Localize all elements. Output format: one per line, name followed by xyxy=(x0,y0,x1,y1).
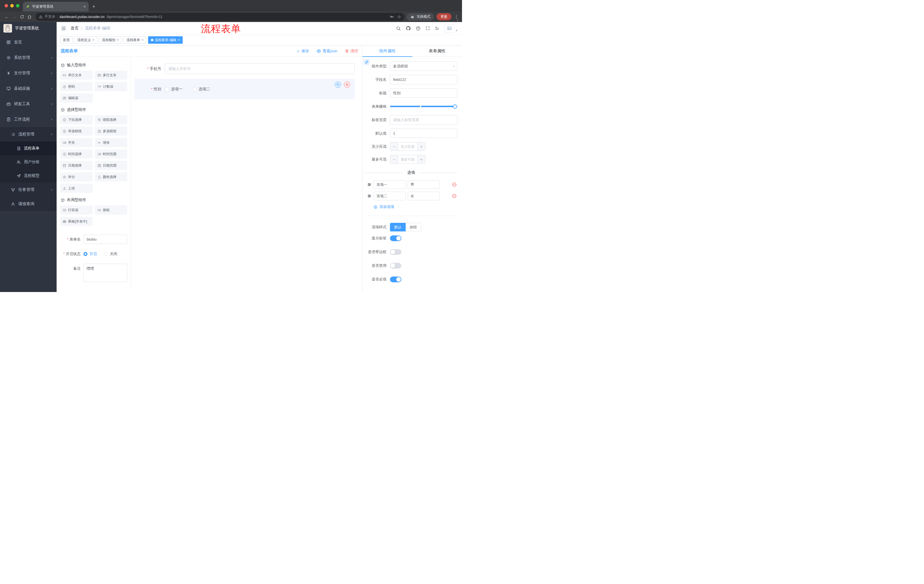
palette-item-switch[interactable]: 开关 xyxy=(60,138,92,147)
stepper-plus-button[interactable]: + xyxy=(417,155,425,163)
required-toggle[interactable] xyxy=(390,276,401,282)
option-label-input[interactable] xyxy=(374,192,406,200)
search-icon[interactable] xyxy=(396,26,401,31)
palette-item-editor[interactable]: 编辑器 xyxy=(60,94,92,102)
palette-item-single-line-text[interactable]: 单行文本 xyxy=(60,71,92,80)
close-icon[interactable]: × xyxy=(92,38,94,42)
sidebar-item-dev-tools[interactable]: 研发工具 ∨ xyxy=(0,96,57,112)
back-button[interactable]: ← xyxy=(3,14,11,19)
new-tab-button[interactable]: + xyxy=(92,4,95,9)
palette-item-table[interactable]: 表格[开发中] xyxy=(60,217,92,226)
sidebar-item-process-form[interactable]: 流程表单 xyxy=(0,141,57,155)
palette-item-date-picker[interactable]: 日期选择 xyxy=(60,161,92,170)
border-toggle[interactable] xyxy=(390,249,401,255)
form-canvas[interactable]: 手机号 性别 选项一 选项二 xyxy=(131,57,362,292)
palette-item-time-picker[interactable]: 时间选择 xyxy=(60,150,92,159)
browser-menu-icon[interactable]: ⋮ xyxy=(454,14,459,20)
checkbox-option-two[interactable]: 选项二 xyxy=(192,87,210,92)
option-value-input[interactable] xyxy=(408,192,440,200)
remove-option-button[interactable] xyxy=(452,182,457,187)
save-button[interactable]: ✓保存 xyxy=(297,49,309,54)
palette-item-row-container[interactable]: 行容器 xyxy=(60,206,92,215)
component-type-select[interactable]: 多选框组 xyxy=(390,61,457,71)
sidebar-item-task-management[interactable]: 任务管理 ∨ xyxy=(0,183,57,197)
field-name-input[interactable] xyxy=(390,75,457,84)
title-input[interactable] xyxy=(390,88,457,98)
delete-component-button[interactable] xyxy=(344,81,350,88)
slider-handle[interactable] xyxy=(453,104,457,109)
logo[interactable]: 芋道管理系统 xyxy=(0,22,57,35)
update-button[interactable]: 更新 xyxy=(437,13,451,20)
palette-item-cascader[interactable]: 级联选择 xyxy=(95,115,127,124)
close-icon[interactable]: × xyxy=(117,38,119,42)
window-zoom-button[interactable] xyxy=(16,4,20,7)
palette-item-time-range[interactable]: 时间范围 xyxy=(95,150,127,159)
address-bar[interactable]: 不安全 dashboard.yudao.iocoder.cn/bpm/manag… xyxy=(35,13,404,21)
sidebar-item-system-management[interactable]: 系统管理 ∨ xyxy=(0,50,57,66)
palette-item-checkbox-group[interactable]: 多选框组 xyxy=(95,127,127,136)
bookmark-star-icon[interactable]: ☆ xyxy=(398,14,401,20)
tag-process-form[interactable]: 流程表单× xyxy=(124,36,146,44)
sidebar-item-leave-query[interactable]: 请假查询 xyxy=(0,197,57,211)
form-name-input[interactable] xyxy=(84,235,127,244)
add-option-button[interactable]: 添加选项 xyxy=(373,204,457,209)
palette-item-date-range[interactable]: 日期范围 xyxy=(95,161,127,170)
disabled-toggle[interactable] xyxy=(390,263,401,268)
sidebar-item-user-group[interactable]: 用户分组 xyxy=(0,155,57,169)
collapse-sidebar-icon[interactable] xyxy=(61,26,66,31)
fullscreen-icon[interactable] xyxy=(426,26,430,31)
palette-item-color-picker[interactable]: 颜色选择 xyxy=(95,172,127,181)
view-json-button[interactable]: 查看json xyxy=(317,49,337,54)
max-stepper-input[interactable] xyxy=(398,155,417,163)
panel-link-button[interactable] xyxy=(363,59,370,65)
sidebar-item-payment-management[interactable]: ¥ 支付管理 ∨ xyxy=(0,66,57,81)
style-button-button[interactable]: 按钮 xyxy=(406,223,421,232)
window-minimize-button[interactable] xyxy=(10,4,14,7)
radio-status-on[interactable]: 开启 xyxy=(84,252,97,257)
show-label-toggle[interactable] xyxy=(390,235,401,241)
palette-item-rate[interactable]: 评分 xyxy=(60,172,92,181)
help-icon[interactable] xyxy=(416,26,421,31)
canvas-field-gender-selected[interactable]: 性别 选项一 选项二 xyxy=(134,79,355,99)
tag-process-model[interactable]: 流程模型× xyxy=(99,36,122,44)
radio-status-off[interactable]: 关闭 xyxy=(104,252,117,257)
copy-component-button[interactable] xyxy=(335,81,341,88)
palette-item-select[interactable]: 下拉选择 xyxy=(60,115,92,124)
close-icon[interactable]: × xyxy=(142,38,144,42)
tag-process-form-edit[interactable]: 流程表单-编辑× xyxy=(148,36,183,44)
style-default-button[interactable]: 默认 xyxy=(390,223,406,232)
grid-slider[interactable] xyxy=(390,102,457,111)
palette-item-counter[interactable]: 计数器 xyxy=(95,82,127,91)
close-icon[interactable]: × xyxy=(178,38,180,42)
option-value-input[interactable] xyxy=(408,180,440,189)
stepper-plus-button[interactable]: + xyxy=(417,142,425,151)
font-size-icon[interactable] xyxy=(435,26,439,31)
canvas-field-phone[interactable]: 手机号 xyxy=(134,62,355,76)
palette-item-multi-line-text[interactable]: 多行文本 xyxy=(95,71,127,80)
phone-field-input[interactable] xyxy=(165,63,355,74)
sidebar-item-process-management[interactable]: 流程管理 ∧ xyxy=(0,127,57,141)
home-button[interactable] xyxy=(27,15,32,19)
security-warning-icon[interactable] xyxy=(39,15,43,18)
default-value-input[interactable] xyxy=(390,128,457,138)
palette-item-upload[interactable]: 上传 xyxy=(60,184,92,193)
option-label-input[interactable] xyxy=(374,180,406,189)
min-stepper-input[interactable] xyxy=(398,142,417,151)
user-avatar[interactable]: ∨ xyxy=(444,24,457,33)
chevron-down-icon[interactable]: ∨ xyxy=(457,19,459,22)
tag-home[interactable]: 首页 xyxy=(60,36,73,44)
label-width-input[interactable] xyxy=(390,115,457,125)
stepper-minus-button[interactable]: − xyxy=(390,142,398,151)
tab-form-props[interactable]: 表单属性 xyxy=(412,45,462,57)
tag-process-definition[interactable]: 流程定义× xyxy=(74,36,97,44)
drag-handle-icon[interactable] xyxy=(367,182,372,187)
palette-item-slider[interactable]: 滑块 xyxy=(95,138,127,147)
checkbox-option-one[interactable]: 选项一 xyxy=(165,87,183,92)
clear-button[interactable]: 清空 xyxy=(345,49,358,54)
sidebar-item-infrastructure[interactable]: 基础设施 ∨ xyxy=(0,81,57,96)
sidebar-item-workflow[interactable]: 工作流程 ∧ xyxy=(0,112,57,127)
drag-handle-icon[interactable] xyxy=(367,194,372,198)
tab-close-icon[interactable]: × xyxy=(84,5,86,8)
palette-item-password[interactable]: 密码 xyxy=(60,82,92,91)
forward-button[interactable]: → xyxy=(11,14,18,19)
